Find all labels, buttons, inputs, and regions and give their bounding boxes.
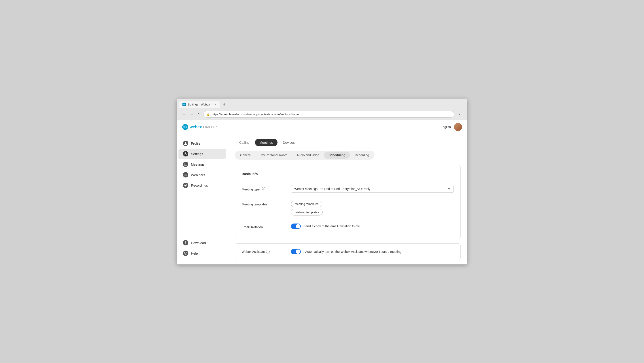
meeting-type-control: Webex Meetings Pro-End to End Encryption… <box>291 185 454 193</box>
assistant-description: Automatically turn on the Webex Assistan… <box>305 250 402 254</box>
svg-text:i: i <box>264 188 264 190</box>
sidebar-bottom: Download ? Help <box>177 237 228 261</box>
email-invitation-description: Send a copy of the email invitation to m… <box>304 224 360 228</box>
sidebar-item-download[interactable]: Download <box>178 238 226 248</box>
svg-rect-6 <box>184 163 187 165</box>
email-invitation-control: Send a copy of the email invitation to m… <box>291 224 454 229</box>
tab-close-button[interactable]: × <box>214 103 216 106</box>
new-tab-button[interactable]: + <box>221 101 228 108</box>
tab-title: Settings - Webex <box>188 103 210 106</box>
tab-bar: W Settings - Webex × + <box>179 101 465 108</box>
lock-icon: 🔒 <box>206 113 210 116</box>
settings-icon <box>183 151 188 156</box>
sub-tab-recording[interactable]: Recording <box>350 152 374 159</box>
sidebar-label-settings: Settings <box>191 152 203 156</box>
main-tab-nav: Calling Meetings Devices <box>235 139 461 146</box>
sidebar-label-help: Help <box>191 252 198 255</box>
browser-chrome: W Settings - Webex × + ← → ↻ 🔒 https://e… <box>177 99 467 120</box>
help-icon: ? <box>183 251 188 256</box>
sidebar-top: Profile Settings <box>177 138 228 237</box>
top-bar: wx webex User Hub English <box>177 120 467 134</box>
tab-meetings[interactable]: Meetings <box>255 139 278 146</box>
svg-text:?: ? <box>185 252 186 255</box>
top-right: English <box>440 123 462 131</box>
sidebar-item-meetings[interactable]: Meetings <box>178 159 226 169</box>
sidebar-label-meetings: Meetings <box>191 162 204 166</box>
assistant-info-icon[interactable]: i <box>266 250 270 254</box>
app-content: wx webex User Hub English <box>177 120 467 264</box>
sidebar: Profile Settings <box>177 134 228 264</box>
sidebar-item-settings[interactable]: Settings <box>178 149 226 159</box>
address-bar: ← → ↻ 🔒 https://example.webex.com/webapp… <box>179 110 465 120</box>
meeting-type-label: Meeting type i <box>242 185 286 191</box>
svg-point-11 <box>184 175 185 175</box>
sidebar-item-profile[interactable]: Profile <box>178 138 226 148</box>
sidebar-item-webinars[interactable]: Webinars <box>178 170 226 180</box>
svg-point-10 <box>185 174 186 175</box>
tab-calling[interactable]: Calling <box>235 139 254 146</box>
profile-icon <box>183 141 188 146</box>
sub-tab-general[interactable]: General <box>236 152 256 159</box>
user-avatar[interactable] <box>454 123 462 131</box>
assistant-toggle[interactable] <box>291 249 301 254</box>
meeting-templates-row: Meeting templates Meeting templates Webi… <box>242 198 454 219</box>
webex-assistant-card: Webex Assistant i Automatically turn on … <box>235 243 461 260</box>
svg-text:W: W <box>183 104 185 106</box>
main-layout: Profile Settings <box>177 134 467 264</box>
meeting-templates-control: Meeting templates Webinar templates <box>291 201 454 215</box>
reload-button[interactable]: ↻ <box>196 112 202 117</box>
basic-info-title: Basic Info <box>242 172 454 176</box>
browser-window: W Settings - Webex × + ← → ↻ 🔒 https://e… <box>177 99 467 264</box>
meeting-type-row: Meeting type i Webex Meetings Pro-End to… <box>242 182 454 196</box>
meeting-templates-button[interactable]: Meeting templates <box>291 201 322 207</box>
meetings-icon <box>183 162 188 167</box>
email-invitation-label: Email invitation <box>242 224 286 229</box>
svg-point-12 <box>186 175 187 175</box>
sidebar-label-profile: Profile <box>191 141 200 145</box>
meeting-type-dropdown[interactable]: Webex Meetings Pro-End to End Encryption… <box>291 185 454 193</box>
brand: wx webex User Hub <box>182 124 217 130</box>
sidebar-item-help[interactable]: ? Help <box>178 248 226 258</box>
webinar-templates-button[interactable]: Webinar templates <box>291 209 323 215</box>
dropdown-arrow-icon: ▼ <box>448 187 450 190</box>
svg-text:wx: wx <box>183 126 187 129</box>
active-tab[interactable]: W Settings - Webex × <box>179 101 220 108</box>
url-text: https://example.webex.com/webappng/sites… <box>212 113 299 116</box>
brand-name-webex: webex <box>190 125 202 129</box>
url-bar[interactable]: 🔒 https://example.webex.com/webappng/sit… <box>203 111 454 118</box>
meeting-templates-label: Meeting templates <box>242 201 286 206</box>
tab-favicon: W <box>182 103 186 106</box>
browser-menu-button[interactable]: ⋮ <box>456 111 463 117</box>
sidebar-item-recordings[interactable]: Recordings <box>178 180 226 190</box>
webinars-icon <box>183 172 188 177</box>
meeting-type-info-icon[interactable]: i <box>262 188 266 191</box>
brand-logo: wx webex User Hub <box>182 124 217 130</box>
sub-tab-scheduling[interactable]: Scheduling <box>324 152 350 159</box>
sidebar-label-webinars: Webinars <box>191 173 205 177</box>
sub-tab-audio-video[interactable]: Audio and video <box>292 152 324 159</box>
tab-devices[interactable]: Devices <box>278 139 299 146</box>
svg-point-5 <box>185 153 186 154</box>
sub-tab-personal-room[interactable]: My Personal Room <box>256 152 292 159</box>
assistant-row: Webex Assistant i Automatically turn on … <box>242 249 454 254</box>
download-icon <box>183 240 188 245</box>
brand-name-app: User Hub <box>203 125 217 129</box>
assistant-label: Webex Assistant i <box>242 250 286 254</box>
avatar-image <box>454 123 462 131</box>
email-toggle-container: Send a copy of the email invitation to m… <box>291 224 454 229</box>
recordings-icon <box>183 183 188 188</box>
forward-button[interactable]: → <box>189 112 194 117</box>
meeting-type-value: Webex Meetings Pro-End to End Encryption… <box>294 187 370 191</box>
email-invitation-row: Email invitation Send a copy of the emai… <box>242 220 454 232</box>
sidebar-label-recordings: Recordings <box>191 184 208 187</box>
svg-point-13 <box>185 185 186 186</box>
webex-logo-icon: wx <box>182 124 188 130</box>
sidebar-label-download: Download <box>191 241 206 245</box>
language-selector[interactable]: English <box>440 125 451 129</box>
email-invitation-toggle[interactable] <box>291 224 301 229</box>
sub-tab-nav: General My Personal Room Audio and video… <box>235 151 374 160</box>
back-button[interactable]: ← <box>181 112 187 117</box>
content-area: Calling Meetings Devices General My <box>228 134 467 264</box>
basic-info-card: Basic Info Meeting type i <box>235 165 461 239</box>
